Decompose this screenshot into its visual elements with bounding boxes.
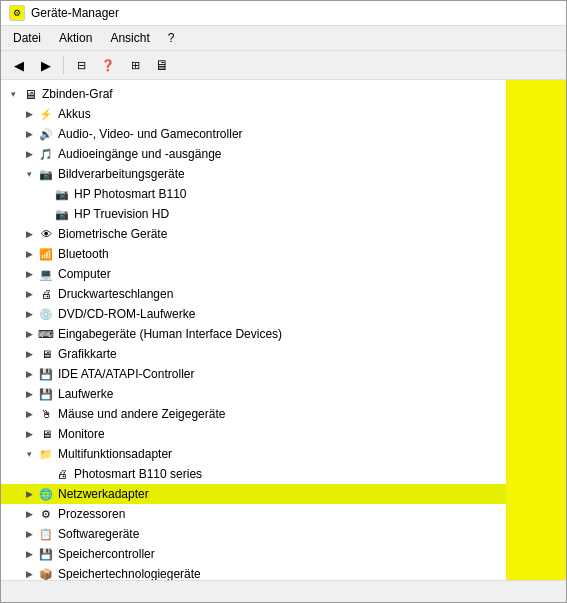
icon-softwaregerate: 📋 — [37, 525, 55, 543]
label-ide: IDE ATA/ATAPI-Controller — [58, 367, 194, 381]
tree-item-softwaregerate[interactable]: ▶ 📋 Softwaregeräte — [1, 524, 506, 544]
expand-icon-druckwarteschlangen[interactable]: ▶ — [21, 286, 37, 302]
tree-item-grafikkarte[interactable]: ▶ 🖥 Grafikkarte — [1, 344, 506, 364]
tree-item-multifunktion[interactable]: ▾ 📁 Multifunktionsadapter — [1, 444, 506, 464]
tree-root[interactable]: ▾ 🖥 Zbinden-Graf — [1, 84, 506, 104]
label-biometric: Biometrische Geräte — [58, 227, 167, 241]
expand-icon-dvd[interactable]: ▶ — [21, 306, 37, 322]
tree-item-akkus[interactable]: ▶ ⚡ Akkus — [1, 104, 506, 124]
expand-icon-bildverarbeitung[interactable]: ▾ — [21, 166, 37, 182]
icon-prozessoren: ⚙ — [37, 505, 55, 523]
tree-item-laufwerke[interactable]: ▶ 💾 Laufwerke — [1, 384, 506, 404]
back-button[interactable]: ◀ — [7, 54, 31, 76]
label-softwaregerate: Softwaregeräte — [58, 527, 139, 541]
label-grafikkarte: Grafikkarte — [58, 347, 117, 361]
tree-item-monitore[interactable]: ▶ 🖥 Monitore — [1, 424, 506, 444]
label-audio: Audio-, Video- und Gamecontroller — [58, 127, 243, 141]
label-dvd: DVD/CD-ROM-Laufwerke — [58, 307, 195, 321]
properties-button[interactable]: ⊟ — [69, 54, 93, 76]
label-computer: Computer — [58, 267, 111, 281]
icon-bluetooth: 📶 — [37, 245, 55, 263]
label-netzwerkadapter: Netzwerkadapter — [58, 487, 149, 501]
icon-multifunktion: 📁 — [37, 445, 55, 463]
tree-item-ide[interactable]: ▶ 💾 IDE ATA/ATAPI-Controller — [1, 364, 506, 384]
expand-icon-audioeingang[interactable]: ▶ — [21, 146, 37, 162]
icon-truevision: 📷 — [53, 205, 71, 223]
expand-button[interactable]: ⊞ — [123, 54, 147, 76]
help-button[interactable]: ❓ — [96, 54, 120, 76]
status-bar — [1, 580, 566, 602]
label-audioeingang: Audioeingänge und -ausgänge — [58, 147, 221, 161]
expand-icon-netzwerkadapter[interactable]: ▶ — [21, 486, 37, 502]
tree-item-bildverarbeitung[interactable]: ▾ 📷 Bildverarbeitungsgeräte — [1, 164, 506, 184]
menu-aktion[interactable]: Aktion — [51, 28, 100, 48]
icon-ide: 💾 — [37, 365, 55, 383]
expand-icon-audio[interactable]: ▶ — [21, 126, 37, 142]
icon-netzwerkadapter: 🌐 — [37, 485, 55, 503]
tree-item-photosmart[interactable]: 📷 HP Photosmart B110 — [1, 184, 506, 204]
root-expand-icon[interactable]: ▾ — [5, 86, 21, 102]
title-bar: ⚙ Geräte-Manager — [1, 1, 566, 26]
tree-item-druckwarteschlangen[interactable]: ▶ 🖨 Druckwarteschlangen — [1, 284, 506, 304]
content-area: ▾ 🖥 Zbinden-Graf ▶ ⚡ Akkus ▶ 🔊 Audio-, V… — [1, 80, 566, 580]
toolbar-separator-1 — [63, 56, 64, 74]
tree-panel[interactable]: ▾ 🖥 Zbinden-Graf ▶ ⚡ Akkus ▶ 🔊 Audio-, V… — [1, 80, 506, 580]
tree-item-biometric[interactable]: ▶ 👁 Biometrische Geräte — [1, 224, 506, 244]
label-photosmart: HP Photosmart B110 — [74, 187, 187, 201]
icon-grafikkarte: 🖥 — [37, 345, 55, 363]
icon-computer: 💻 — [37, 265, 55, 283]
expand-icon-multifunktion[interactable]: ▾ — [21, 446, 37, 462]
icon-audio: 🔊 — [37, 125, 55, 143]
label-speichercontroller: Speichercontroller — [58, 547, 155, 561]
tree-item-mause[interactable]: ▶ 🖱 Mäuse und andere Zeigegeräte — [1, 404, 506, 424]
tree-item-eingabegerate[interactable]: ▶ ⌨ Eingabegeräte (Human Interface Devic… — [1, 324, 506, 344]
label-monitore: Monitore — [58, 427, 105, 441]
forward-button[interactable]: ▶ — [34, 54, 58, 76]
expand-icon-grafikkarte[interactable]: ▶ — [21, 346, 37, 362]
display-button[interactable]: 🖥 — [150, 54, 174, 76]
tree-item-computer[interactable]: ▶ 💻 Computer — [1, 264, 506, 284]
expand-icon-akkus[interactable]: ▶ — [21, 106, 37, 122]
label-multifunktion: Multifunktionsadapter — [58, 447, 172, 461]
icon-bildverarbeitung: 📷 — [37, 165, 55, 183]
title-bar-text: Geräte-Manager — [31, 6, 119, 20]
expand-icon-laufwerke[interactable]: ▶ — [21, 386, 37, 402]
tree-item-photosmart-series[interactable]: 🖨 Photosmart B110 series — [1, 464, 506, 484]
label-speichertechnologie: Speichertechnologiegeräte — [58, 567, 201, 580]
menu-ansicht[interactable]: Ansicht — [102, 28, 157, 48]
expand-icon-biometric[interactable]: ▶ — [21, 226, 37, 242]
expand-icon-softwaregerate[interactable]: ▶ — [21, 526, 37, 542]
tree-item-audioeingang[interactable]: ▶ 🎵 Audioeingänge und -ausgänge — [1, 144, 506, 164]
expand-icon-prozessoren[interactable]: ▶ — [21, 506, 37, 522]
expand-icon-eingabegerate[interactable]: ▶ — [21, 326, 37, 342]
label-bluetooth: Bluetooth — [58, 247, 109, 261]
expand-icon-ide[interactable]: ▶ — [21, 366, 37, 382]
tree-item-dvd[interactable]: ▶ 💿 DVD/CD-ROM-Laufwerke — [1, 304, 506, 324]
tree-item-truevision[interactable]: 📷 HP Truevision HD — [1, 204, 506, 224]
expand-icon-speichercontroller[interactable]: ▶ — [21, 546, 37, 562]
right-panel — [506, 80, 566, 580]
expand-icon-mause[interactable]: ▶ — [21, 406, 37, 422]
menu-help[interactable]: ? — [160, 28, 183, 48]
icon-speichertechnologie: 📦 — [37, 565, 55, 580]
expand-icon-speichertechnologie[interactable]: ▶ — [21, 566, 37, 580]
icon-audioeingang: 🎵 — [37, 145, 55, 163]
label-photosmart-series: Photosmart B110 series — [74, 467, 202, 481]
expand-icon-computer[interactable]: ▶ — [21, 266, 37, 282]
label-druckwarteschlangen: Druckwarteschlangen — [58, 287, 173, 301]
menu-bar: Datei Aktion Ansicht ? — [1, 26, 566, 51]
root-icon: 🖥 — [21, 85, 39, 103]
tree-item-netzwerkadapter[interactable]: ▶ 🌐 Netzwerkadapter — [1, 484, 506, 504]
tree-item-audio[interactable]: ▶ 🔊 Audio-, Video- und Gamecontroller — [1, 124, 506, 144]
tree-item-bluetooth[interactable]: ▶ 📶 Bluetooth — [1, 244, 506, 264]
expand-icon-bluetooth[interactable]: ▶ — [21, 246, 37, 262]
tree-item-prozessoren[interactable]: ▶ ⚙ Prozessoren — [1, 504, 506, 524]
icon-akkus: ⚡ — [37, 105, 55, 123]
icon-laufwerke: 💾 — [37, 385, 55, 403]
expand-icon-monitore[interactable]: ▶ — [21, 426, 37, 442]
tree-item-speichercontroller[interactable]: ▶ 💾 Speichercontroller — [1, 544, 506, 564]
tree-item-speichertechnologie[interactable]: ▶ 📦 Speichertechnologiegeräte — [1, 564, 506, 580]
menu-datei[interactable]: Datei — [5, 28, 49, 48]
label-bildverarbeitung: Bildverarbeitungsgeräte — [58, 167, 185, 181]
label-laufwerke: Laufwerke — [58, 387, 113, 401]
